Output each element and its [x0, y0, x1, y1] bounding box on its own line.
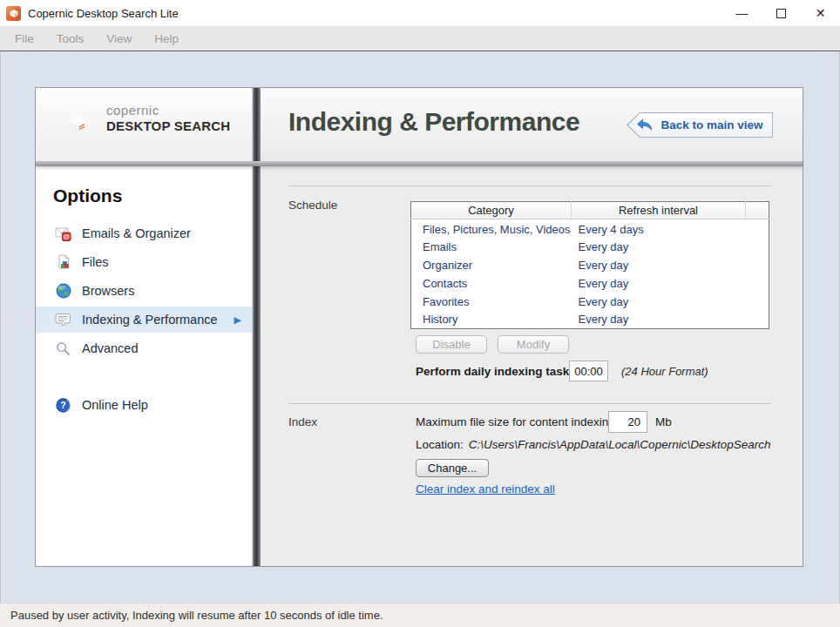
category-cell: Organizer: [411, 256, 572, 274]
column-header-filler: [746, 202, 769, 219]
maximize-button[interactable]: [762, 0, 801, 26]
sidebar-item-label: Advanced: [82, 341, 139, 355]
sidebar-item-label: Online Help: [82, 398, 148, 412]
table-row[interactable]: Contacts Every day: [411, 274, 769, 293]
titlebar: Copernic Desktop Search Lite — ✕: [0, 0, 840, 26]
options-panel: copernic DESKTOP SEARCH Options @: [35, 87, 803, 567]
help-icon: ?: [55, 397, 71, 413]
column-header-refresh-interval[interactable]: Refresh interval: [572, 202, 746, 219]
index-location-line: Location:C:\Users\Francis\AppData\Local\…: [416, 438, 770, 451]
disable-button[interactable]: Disable: [416, 335, 487, 354]
max-file-size-label: Maximum file size for content indexing: [416, 415, 615, 428]
sidebar-item-label: Indexing & Performance: [82, 313, 218, 327]
max-file-size-input[interactable]: [608, 411, 647, 433]
app-icon: [6, 6, 21, 21]
table-row[interactable]: Organizer Every day: [411, 256, 769, 274]
interval-cell: Every day: [572, 293, 746, 311]
content-body: Schedule Category Refresh interval Files…: [261, 166, 803, 566]
change-location-button[interactable]: Change...: [416, 459, 489, 477]
index-section-label: Index: [288, 415, 317, 428]
table-row[interactable]: Files, Pictures, Music, Videos Every 4 d…: [411, 219, 769, 238]
location-label: Location:: [416, 438, 464, 451]
back-button-border: Back to main view: [627, 112, 773, 138]
brand-product: DESKTOP SEARCH: [106, 118, 230, 133]
table-row[interactable]: Emails Every day: [411, 238, 769, 256]
status-text: Paused by user activity, Indexing will r…: [10, 609, 383, 622]
content-header: Indexing & Performance Back to main view: [261, 88, 803, 161]
selected-arrow-icon: ▶: [234, 314, 241, 326]
sidebar-item-label: Emails & Organizer: [82, 226, 191, 240]
page-title: Indexing & Performance: [288, 107, 579, 137]
schedule-section-label: Schedule: [288, 199, 337, 212]
modify-button[interactable]: Modify: [498, 335, 569, 354]
sidebar-item-advanced[interactable]: Advanced: [36, 335, 252, 361]
maximize-icon: [776, 9, 786, 18]
category-cell: Favorites: [411, 293, 572, 311]
logo-area: copernic DESKTOP SEARCH: [36, 88, 252, 161]
sidebar: copernic DESKTOP SEARCH Options @: [36, 88, 252, 566]
header-divider-band: [36, 161, 803, 166]
table-row[interactable]: History Every day: [411, 311, 769, 329]
location-path: C:\Users\Francis\AppData\Local\Copernic\…: [469, 438, 771, 451]
clear-reindex-link[interactable]: Clear index and reindex all: [416, 482, 555, 496]
sidebar-item-emails-organizer[interactable]: @ Emails & Organizer: [36, 220, 252, 246]
svg-text:?: ?: [60, 400, 65, 410]
minimize-icon: —: [736, 10, 749, 17]
table-row[interactable]: Favorites Every day: [411, 293, 769, 311]
interval-cell: Every day: [572, 238, 746, 256]
menubar: File Tools View Help: [0, 26, 840, 51]
svg-text:@: @: [63, 233, 70, 240]
options-heading: Options: [53, 185, 252, 206]
menu-file[interactable]: File: [3, 26, 45, 51]
brand-name: copernic: [106, 103, 230, 118]
interval-cell: Every 4 days: [572, 219, 746, 238]
sidebar-item-online-help[interactable]: ? Online Help: [36, 392, 252, 418]
menu-view[interactable]: View: [95, 26, 143, 51]
logo-text: copernic DESKTOP SEARCH: [106, 103, 230, 133]
index-card-icon: [55, 312, 71, 327]
daily-time-input[interactable]: [569, 361, 608, 381]
schedule-table: Category Refresh interval Files, Picture…: [410, 201, 769, 329]
window-controls: — ✕: [722, 0, 840, 26]
sidebar-item-files[interactable]: Files: [36, 249, 252, 275]
sidebar-item-label: Browsers: [82, 284, 134, 298]
sidebar-item-label: Files: [82, 255, 109, 269]
panel-spine-divider: [252, 88, 261, 566]
copernic-logo-icon: [58, 99, 96, 150]
interval-cell: Every day: [572, 311, 746, 329]
sidebar-item-indexing-performance[interactable]: Indexing & Performance ▶: [36, 307, 252, 333]
minimize-button[interactable]: —: [722, 0, 762, 26]
file-icon: [55, 254, 71, 270]
max-file-size-unit: Mb: [655, 415, 672, 428]
globe-icon: [55, 283, 71, 299]
schedule-table-header: Category Refresh interval: [411, 202, 769, 219]
content-area: Indexing & Performance Back to main view…: [261, 88, 803, 566]
app-window: Copernic Desktop Search Lite — ✕ File To…: [0, 0, 840, 627]
category-cell: Contacts: [411, 274, 572, 293]
menu-tools[interactable]: Tools: [45, 26, 96, 51]
category-cell: History: [411, 311, 572, 329]
time-format-note: (24 Hour Format): [621, 365, 708, 378]
section-divider: [288, 185, 771, 186]
back-button-label: Back to main view: [660, 118, 762, 131]
sidebar-nav: Options @ Emails & Organizer: [36, 166, 252, 566]
magnifier-icon: [55, 340, 71, 356]
email-icon: @: [55, 226, 71, 241]
section-divider: [288, 403, 771, 404]
status-bar: Paused by user activity, Indexing will r…: [0, 603, 840, 627]
category-cell: Emails: [411, 238, 572, 256]
category-cell: Files, Pictures, Music, Videos: [411, 219, 572, 238]
menu-help[interactable]: Help: [143, 26, 190, 51]
interval-cell: Every day: [572, 274, 746, 293]
interval-cell: Every day: [572, 256, 746, 274]
window-title: Copernic Desktop Search Lite: [28, 7, 179, 20]
close-button[interactable]: ✕: [801, 0, 840, 26]
daily-indexing-label: Perform daily indexing tasks at:: [416, 365, 593, 378]
sidebar-item-browsers[interactable]: Browsers: [36, 278, 252, 304]
close-icon: ✕: [816, 6, 826, 20]
back-to-main-view-button[interactable]: Back to main view: [627, 113, 772, 137]
sidebar-spacer: [36, 364, 252, 392]
back-arrow-icon: [636, 118, 653, 131]
column-header-category[interactable]: Category: [411, 202, 572, 219]
